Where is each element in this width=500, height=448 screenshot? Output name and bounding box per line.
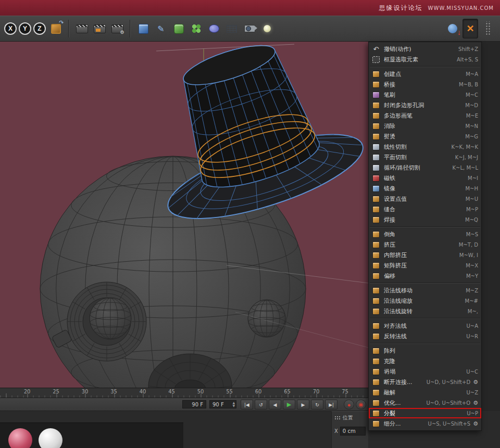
play-backwards-button[interactable]: ↺: [255, 400, 267, 409]
toolbar-divider: [68, 20, 69, 37]
play-button[interactable]: ▶: [283, 400, 295, 409]
menu-item-label: 缝合: [384, 206, 462, 213]
goto-start-button[interactable]: |◀: [241, 400, 253, 409]
menu-item-polygon-pen[interactable]: 多边形画笔M~E: [369, 110, 481, 121]
menu-item-line-cut[interactable]: 线性切割K~K, M~K: [369, 142, 481, 152]
menu-item-set-point-value[interactable]: 设置点值M~U: [369, 194, 481, 204]
play-loop-button[interactable]: ↻: [311, 400, 323, 409]
coordinates-title: 位置: [343, 414, 353, 421]
menu-item-extrude[interactable]: 挤压M~T, D: [369, 239, 481, 250]
render-settings-button[interactable]: [109, 19, 125, 39]
menu-item-mirror[interactable]: 镜像M~H: [369, 183, 481, 194]
menu-item-label: 对齐法线: [384, 322, 462, 330]
add-cube-icon: [139, 24, 148, 34]
menu-item-brush[interactable]: 笔刷M~C: [369, 89, 481, 100]
material-transfer-button[interactable]: [445, 19, 460, 39]
viewport-3d[interactable]: [0, 42, 368, 388]
menu-item-inner-extrude[interactable]: 内部挤压M~W, I: [369, 250, 481, 260]
menu-item-clone[interactable]: 克隆: [369, 356, 481, 366]
toolbar-divider: [130, 20, 131, 37]
menu-item-label: 撤销(动作): [384, 45, 454, 53]
menu-item-undo[interactable]: 撤销(动作)Shift+Z: [369, 44, 481, 54]
menu-item-label: 融解: [384, 389, 462, 396]
timeline-tick: 55: [226, 389, 233, 394]
y-axis-lock-button[interactable]: Y: [19, 22, 31, 35]
gear-icon[interactable]: ⚙: [473, 379, 478, 385]
subdivision-surface-button[interactable]: [171, 19, 186, 39]
menu-item-split[interactable]: 分裂U~P: [369, 408, 481, 418]
light-icon: [264, 25, 271, 32]
menu-item-bevel[interactable]: 倒角M~S: [369, 229, 481, 239]
menu-item-shortcut: K~K, M~K: [452, 144, 478, 150]
frame-range-field[interactable]: 90 F ▲▼: [209, 400, 236, 408]
record-keyframe-button[interactable]: ●: [344, 400, 354, 409]
workplane-button[interactable]: [224, 19, 240, 39]
menu-item-label: 挤压: [384, 241, 455, 249]
render-view-button[interactable]: [74, 19, 90, 39]
array-object-button[interactable]: [189, 19, 204, 39]
spline-pen-button[interactable]: [153, 19, 169, 39]
render-picture-viewer-button[interactable]: [92, 19, 107, 39]
create-point-icon: [372, 71, 380, 78]
menu-item-bridge[interactable]: 桥接M~B, B: [369, 79, 481, 89]
menu-item-shortcut: M~G: [465, 134, 478, 139]
gear-icon[interactable]: ⚙: [473, 421, 478, 427]
next-frame-button[interactable]: ▶: [297, 400, 309, 409]
menu-item-scale-normal[interactable]: 沿法线缩放M~#: [369, 296, 481, 306]
menu-item-close-hole[interactable]: 封闭多边形孔洞M~D: [369, 100, 481, 110]
metaball-button[interactable]: [206, 19, 222, 39]
menu-item-magnet[interactable]: 磁铁M~I: [369, 173, 481, 183]
x-coordinate-input[interactable]: 0 cm: [340, 427, 366, 436]
menu-item-dissolve[interactable]: 消除M~N: [369, 121, 481, 131]
menu-item-create-point[interactable]: 创建点M~A: [369, 69, 481, 79]
material-transfer-icon: [448, 24, 457, 33]
material-swatch-red[interactable]: [8, 428, 32, 448]
menu-item-rotate-normal[interactable]: 沿法线旋转M~,: [369, 306, 481, 316]
goto-end-button[interactable]: ▶|: [325, 400, 338, 409]
autokeying-button[interactable]: ◉: [356, 400, 366, 409]
menu-item-align-normals[interactable]: 对齐法线U~A: [369, 321, 481, 331]
active-tool-button[interactable]: [463, 19, 478, 39]
menu-item-loop-cut[interactable]: 循环/路径切割K~L, M~L: [369, 162, 481, 173]
timeline-tick: 70: [313, 389, 320, 394]
menu-item-matrix-extrude[interactable]: 矩阵挤压M~X: [369, 260, 481, 271]
z-axis-lock-button[interactable]: Z: [33, 22, 46, 35]
menu-item-offset[interactable]: 偏移M~Y: [369, 271, 481, 281]
menu-item-frame-select[interactable]: 框显选取元素Alt+S, S: [369, 54, 481, 65]
menu-item-shortcut: M~T, D: [459, 242, 478, 248]
menu-item-iron[interactable]: 熨烫M~G: [369, 131, 481, 142]
coordinate-system-button[interactable]: [48, 19, 64, 39]
camera-button[interactable]: [242, 19, 257, 39]
spline-pen-icon: [157, 24, 164, 34]
menu-item-disconnect[interactable]: 断开连接...U~D, U~Shift+D⚙: [369, 377, 481, 387]
menu-item-subdivide[interactable]: 细分...U~S, U~Shift+S⚙: [369, 418, 481, 429]
menu-item-stitch[interactable]: 缝合M~P: [369, 204, 481, 214]
menu-item-array[interactable]: 阵列: [369, 345, 481, 356]
light-button[interactable]: [259, 19, 275, 39]
add-cube-button[interactable]: [135, 19, 151, 39]
menu-item-move-normal[interactable]: 沿法线移动M~Z: [369, 285, 481, 296]
menu-item-collapse[interactable]: 坍塌U~C: [369, 366, 481, 377]
brush-icon: [372, 92, 380, 98]
optimize-icon: [372, 400, 380, 406]
menu-item-shortcut: M~#: [465, 298, 478, 304]
menu-item-plane-cut[interactable]: 平面切割K~J, M~J: [369, 152, 481, 162]
frame-end-field[interactable]: 90 F: [182, 400, 206, 408]
disconnect-icon: [372, 379, 380, 386]
previous-frame-button[interactable]: ◀: [269, 400, 281, 409]
x-axis-lock-button[interactable]: X: [4, 22, 17, 35]
menu-item-shortcut: M~B, B: [459, 82, 478, 87]
gear-icon[interactable]: ⚙: [473, 400, 478, 406]
menu-item-shortcut: U~C: [466, 369, 478, 375]
menu-item-label: 倒角: [384, 231, 462, 238]
timeline-ruler[interactable]: 202530354045505560657075: [0, 388, 368, 398]
menu-item-melt[interactable]: 融解U~Z: [369, 387, 481, 398]
menu-item-weld[interactable]: 焊接M~Q: [369, 214, 481, 225]
menu-item-reverse-normals[interactable]: 反转法线U~R: [369, 331, 481, 341]
menu-item-shortcut: K~L, M~L: [453, 165, 478, 171]
menu-item-optimize[interactable]: 优化...U~O, U~Shift+O⚙: [369, 398, 481, 408]
frame-range-spinner[interactable]: ▲▼: [232, 401, 235, 407]
palette-grip[interactable]: [480, 19, 496, 39]
inner-extrude-icon: [372, 252, 380, 259]
material-swatch-white[interactable]: [39, 428, 63, 448]
